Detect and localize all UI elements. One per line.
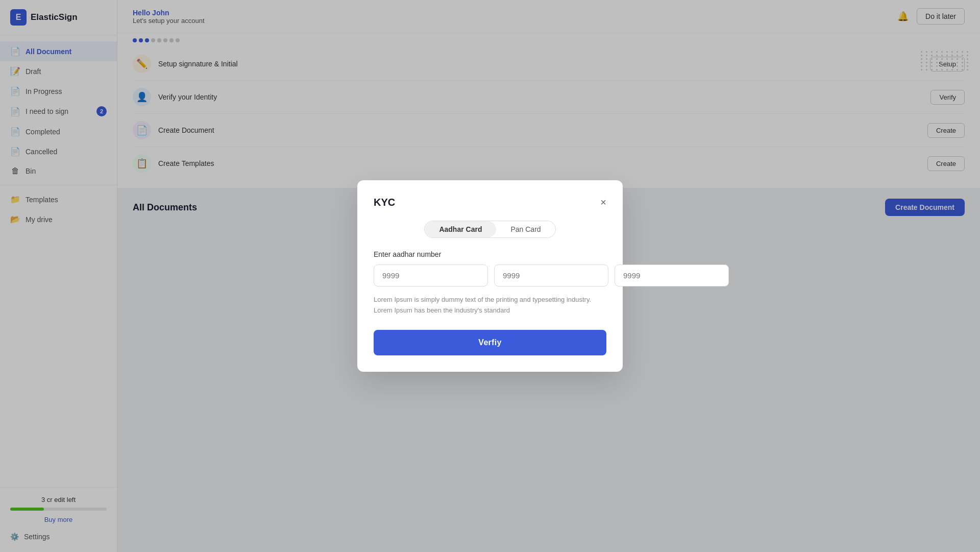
aadhar-input-1[interactable] xyxy=(374,265,488,286)
kyc-tab-group: Aadhar Card Pan Card xyxy=(424,221,555,238)
modal-overlay[interactable]: KYC × Aadhar Card Pan Card Enter aadhar … xyxy=(0,0,980,552)
modal-header: KYC × xyxy=(374,197,606,208)
aadhar-input-3[interactable] xyxy=(615,265,729,286)
tab-pan-card[interactable]: Pan Card xyxy=(496,221,555,237)
aadhar-input-2[interactable] xyxy=(494,265,608,286)
aadhar-field-label: Enter aadhar number xyxy=(374,250,606,258)
modal-description: Lorem Ipsum is simply dummy text of the … xyxy=(374,295,606,316)
kyc-modal: KYC × Aadhar Card Pan Card Enter aadhar … xyxy=(357,180,623,372)
tab-aadhar-card[interactable]: Aadhar Card xyxy=(425,221,496,237)
aadhar-input-group xyxy=(374,265,606,286)
modal-close-button[interactable]: × xyxy=(600,197,606,207)
verify-button[interactable]: Verfiy xyxy=(374,330,606,355)
modal-title: KYC xyxy=(374,197,395,208)
